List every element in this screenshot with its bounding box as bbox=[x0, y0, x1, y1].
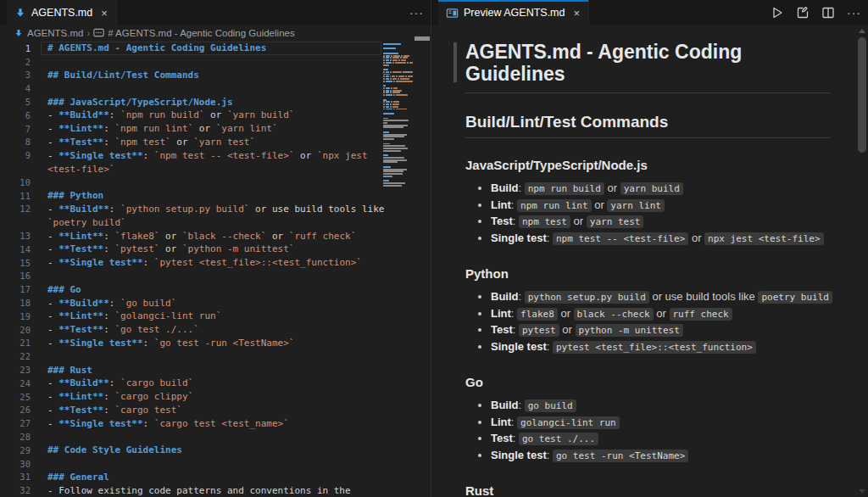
tab-agents-md[interactable]: AGENTS.md × bbox=[7, 0, 117, 25]
minimap-line bbox=[381, 59, 413, 61]
code-line[interactable]: 23### Rust bbox=[0, 363, 381, 377]
code-line[interactable]: `poetry build` bbox=[0, 215, 381, 229]
code-line[interactable]: 17### Go bbox=[0, 282, 381, 296]
code-line[interactable]: 14- **Test**: `pytest` or `python -m uni… bbox=[0, 243, 381, 256]
minimap[interactable] bbox=[381, 42, 413, 187]
editor-lines: 1# AGENTS.md - Agentic Coding Guidelines… bbox=[0, 42, 381, 497]
minimap-line bbox=[381, 150, 413, 152]
minimap-line bbox=[381, 185, 413, 187]
markdown-file-icon bbox=[14, 28, 24, 38]
preview-blocks: Build/Lint/Test CommandsJavaScript/TypeS… bbox=[465, 113, 843, 497]
code-line[interactable]: 20- **Test**: `go test ./...` bbox=[0, 323, 381, 337]
code-line[interactable]: 31### General bbox=[0, 471, 381, 484]
preview-list-item: Build: npm run build or yarn build bbox=[491, 181, 843, 198]
preview-scrollbar-thumb[interactable] bbox=[858, 37, 866, 153]
code-line[interactable]: 15- **Single test**: `pytest <test_file>… bbox=[0, 256, 381, 270]
preview-list-item: Build: go build bbox=[491, 398, 843, 415]
code-line[interactable]: 4 bbox=[0, 81, 381, 95]
line-number: 21 bbox=[0, 338, 31, 348]
code-line[interactable]: 3## Build/Lint/Test Commands bbox=[0, 69, 381, 82]
code-line[interactable]: 28 bbox=[0, 430, 381, 444]
minimap-line bbox=[381, 166, 413, 168]
minimap-line bbox=[381, 62, 413, 64]
line-content: <test-file>` bbox=[47, 164, 114, 175]
code-line[interactable]: 27- **Single test**: `cargo test <test_n… bbox=[0, 416, 381, 430]
scroll-up-arrow-icon[interactable] bbox=[859, 29, 865, 33]
editor-group-source: AGENTS.md × ··· AGENTS.md › bbox=[0, 0, 431, 497]
editor-scrollbar[interactable] bbox=[414, 40, 431, 497]
code-line[interactable]: 19- **Lint**: `golangci-lint run` bbox=[0, 310, 381, 323]
tab-preview-agents-md[interactable]: Preview AGENTS.md × bbox=[438, 0, 589, 25]
code-line[interactable]: 11### Python bbox=[0, 189, 381, 203]
minimap-line bbox=[381, 71, 413, 73]
preview-heading: Python bbox=[465, 266, 843, 281]
minimap-line bbox=[381, 57, 413, 59]
code-line[interactable]: 1# AGENTS.md - Agentic Coding Guidelines bbox=[0, 42, 381, 55]
minimap-line bbox=[381, 113, 413, 114]
code-line[interactable]: 30 bbox=[0, 457, 381, 471]
minimap-line bbox=[381, 161, 413, 163]
code-line[interactable]: 8- **Test**: `npm test` or `yarn test` bbox=[0, 136, 381, 149]
code-line[interactable]: 16 bbox=[0, 270, 381, 283]
inline-code: python -m unittest bbox=[576, 324, 683, 337]
line-number: 9 bbox=[0, 150, 31, 160]
code-line[interactable]: 13- **Lint**: `flake8` or `black --check… bbox=[0, 229, 381, 243]
line-number: 32 bbox=[0, 485, 31, 495]
minimap-line bbox=[381, 50, 413, 52]
inline-code: black --check bbox=[574, 308, 654, 321]
code-line[interactable]: <test-file>` bbox=[0, 162, 381, 176]
code-line[interactable]: 12- **Build**: `python setup.py build` o… bbox=[0, 203, 381, 216]
left-tab-bar: AGENTS.md × ··· bbox=[0, 0, 431, 25]
minimap-line bbox=[381, 47, 413, 49]
line-number: 5 bbox=[0, 97, 31, 107]
breadcrumb-file[interactable]: AGENTS.md bbox=[14, 28, 83, 38]
code-line[interactable]: 9- **Single test**: `npm test -- <test-f… bbox=[0, 148, 381, 162]
code-line[interactable]: 6- **Build**: `npm run build` or `yarn b… bbox=[0, 109, 381, 122]
breadcrumb: AGENTS.md › # AGENTS.md - Agentic Coding… bbox=[0, 25, 431, 40]
code-line[interactable]: 5### JavaScript/TypeScript/Node.js bbox=[0, 95, 381, 109]
minimap-line bbox=[381, 55, 413, 57]
code-line[interactable]: 2 bbox=[0, 55, 381, 69]
line-content: - **Build**: `python setup.py build` or … bbox=[47, 204, 384, 215]
minimap-line bbox=[381, 134, 413, 136]
line-number: 23 bbox=[0, 365, 31, 375]
minimap-line bbox=[381, 154, 413, 156]
close-icon[interactable]: × bbox=[573, 8, 580, 19]
close-icon[interactable]: × bbox=[101, 8, 108, 19]
preview-heading: JavaScript/TypeScript/Node.js bbox=[465, 158, 843, 172]
code-line[interactable]: 24- **Build**: `cargo build` bbox=[0, 377, 381, 390]
line-content: - **Test**: `pytest` or `python -m unitt… bbox=[47, 243, 294, 254]
line-content: - **Single test**: `go test -run <TestNa… bbox=[47, 338, 294, 349]
line-number: 18 bbox=[0, 298, 31, 308]
code-line[interactable]: 29## Code Style Guidelines bbox=[0, 444, 381, 457]
more-actions-button[interactable]: ··· bbox=[847, 6, 861, 20]
line-content: - **Lint**: `npm run lint` or `yarn lint… bbox=[47, 123, 278, 134]
code-editor[interactable]: 1# AGENTS.md - Agentic Coding Guidelines… bbox=[0, 40, 431, 497]
tab-label: Preview AGENTS.md bbox=[464, 7, 565, 19]
code-line[interactable]: 26- **Test**: `cargo test` bbox=[0, 404, 381, 417]
code-line[interactable]: 22 bbox=[0, 349, 381, 363]
code-line[interactable]: 10 bbox=[0, 176, 381, 189]
preview-scrollbar[interactable] bbox=[856, 25, 868, 497]
split-editor-button[interactable] bbox=[821, 6, 835, 20]
edit-source-button[interactable] bbox=[796, 6, 810, 20]
run-button[interactable] bbox=[771, 6, 784, 20]
line-content: - **Single test**: `pytest <test_file>::… bbox=[47, 257, 362, 268]
more-actions-button[interactable]: ··· bbox=[409, 6, 424, 20]
code-line[interactable]: 21- **Single test**: `go test -run <Test… bbox=[0, 337, 381, 350]
code-line[interactable]: 32- Follow existing code patterns and co… bbox=[0, 483, 381, 497]
code-line[interactable]: 18- **Build**: `go build` bbox=[0, 296, 381, 310]
inline-code: ruff check bbox=[670, 308, 732, 321]
minimap-line bbox=[381, 90, 413, 92]
scroll-down-arrow-icon[interactable] bbox=[859, 489, 865, 494]
inline-code: yarn lint bbox=[607, 199, 665, 212]
inline-code: npm test bbox=[519, 215, 570, 228]
inline-code: flake8 bbox=[517, 308, 558, 321]
minimap-line bbox=[381, 143, 413, 145]
code-line[interactable]: 25- **Lint**: `cargo clippy` bbox=[0, 390, 381, 404]
minimap-line bbox=[381, 120, 413, 121]
breadcrumb-symbol[interactable]: # AGENTS.md - Agentic Coding Guidelines bbox=[93, 28, 295, 38]
line-content: ### JavaScript/TypeScript/Node.js bbox=[47, 97, 233, 108]
code-line[interactable]: 7- **Lint**: `npm run lint` or `yarn lin… bbox=[0, 122, 381, 136]
minimap-line bbox=[381, 75, 413, 77]
